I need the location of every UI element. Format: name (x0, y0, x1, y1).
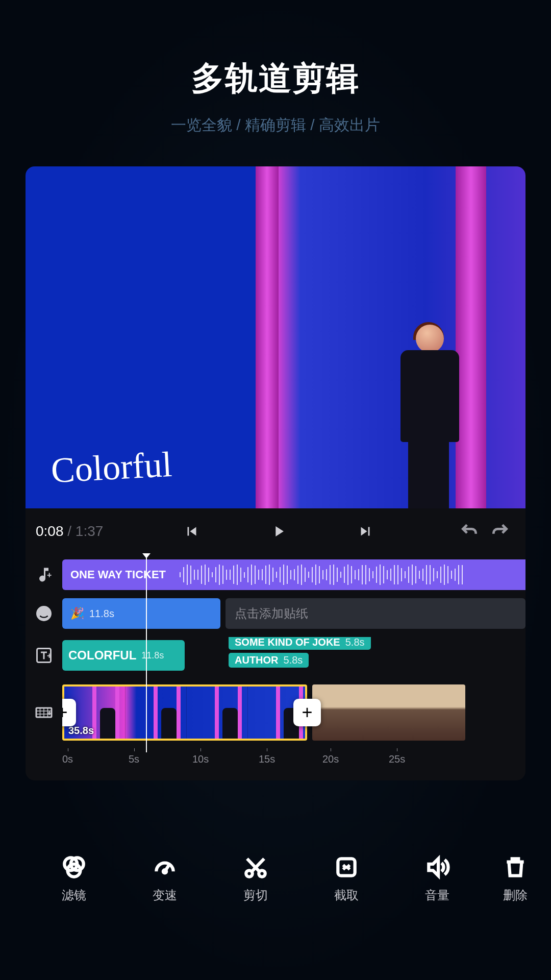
svg-point-10 (259, 870, 265, 877)
text-clip-main[interactable]: COLORFUL 11.8s (62, 640, 185, 671)
prev-button[interactable] (174, 523, 210, 540)
watermark-text: Colorful (50, 444, 173, 491)
scissors-icon (243, 854, 268, 880)
crop-icon (334, 854, 359, 880)
preview-canvas[interactable]: Colorful (26, 166, 525, 508)
clip-duration: 11.8s (89, 608, 114, 620)
text-track: + COLORFUL 11.8s SOME KIND OF JOKE 5.8s … (26, 637, 525, 674)
sticker-track: + 🎉 11.8s 点击添加贴纸 (26, 598, 525, 629)
crop-tool[interactable]: 截取 (308, 854, 385, 903)
clip-label: COLORFUL (68, 648, 136, 663)
sticker-emoji: 🎉 (70, 607, 84, 620)
plus-icon: + (47, 572, 55, 580)
sticker-clip[interactable]: 🎉 11.8s (62, 598, 220, 629)
video-clip[interactable] (312, 684, 465, 741)
svg-point-1 (40, 611, 43, 614)
promo-subtitle: 一览全貌 / 精确剪辑 / 高效出片 (0, 115, 551, 136)
transport-bar: 0:08 / 1:37 (26, 508, 525, 554)
text-clip-sub[interactable]: AUTHOR 5.8s (229, 653, 309, 668)
video-clip-active[interactable]: 35.8s (62, 684, 307, 741)
redo-icon (490, 522, 510, 541)
next-button[interactable] (347, 523, 383, 540)
play-button[interactable] (261, 523, 296, 540)
promo-header: 多轨道剪辑 一览全貌 / 精确剪辑 / 高效出片 (0, 0, 551, 136)
bottom-toolbar: 滤镜 变速 剪切 截取 音量 删除 (26, 854, 551, 903)
volume-tool[interactable]: 音量 (399, 854, 475, 903)
undo-button[interactable] (454, 522, 485, 541)
add-sticker-hint[interactable]: 点击添加贴纸 (226, 598, 525, 629)
filter-tool[interactable]: 滤镜 (36, 854, 112, 903)
promo-title: 多轨道剪辑 (0, 56, 551, 101)
plus-icon: + (47, 610, 55, 619)
current-time: 0:08 (36, 523, 64, 539)
redo-button[interactable] (485, 522, 515, 541)
playhead[interactable] (146, 554, 147, 752)
timecode: 0:08 / 1:37 (36, 523, 103, 540)
add-music-button[interactable]: + (26, 566, 62, 584)
time-ruler[interactable]: 0s 5s 10s 15s 20s 25s (62, 747, 525, 768)
timeline-tracks: + ONE WAY TICKET + 🎉 11.8s 点击添加贴纸 (26, 554, 525, 780)
video-track: + + 35.8s + (26, 682, 525, 743)
play-icon (270, 523, 287, 540)
add-video-button[interactable]: + (26, 703, 62, 722)
text-clip-sub[interactable]: SOME KIND OF JOKE 5.8s (229, 637, 371, 650)
video-editor: Colorful 0:08 / 1:37 + (26, 166, 525, 780)
add-text-button[interactable]: + (26, 646, 62, 665)
insert-clip-button[interactable]: + (62, 699, 76, 726)
clip-duration: 35.8s (68, 725, 94, 737)
undo-icon (460, 522, 479, 541)
insert-clip-button[interactable]: + (293, 699, 321, 726)
trash-icon (503, 854, 528, 880)
total-time: 1:37 (76, 523, 104, 539)
music-clip[interactable]: ONE WAY TICKET (62, 559, 525, 590)
skip-next-icon (357, 523, 374, 540)
svg-point-8 (163, 870, 166, 873)
skip-previous-icon (183, 523, 201, 540)
clip-duration: 11.8s (141, 650, 164, 661)
add-sticker-button[interactable]: + (26, 604, 62, 623)
speed-tool[interactable]: 变速 (127, 854, 203, 903)
speed-icon (152, 854, 178, 880)
clip-label: ONE WAY TICKET (70, 568, 166, 581)
volume-icon (424, 854, 450, 880)
delete-tool[interactable]: 删除 (490, 854, 541, 903)
cut-tool[interactable]: 剪切 (217, 854, 294, 903)
svg-point-9 (246, 870, 253, 877)
filter-icon (61, 854, 87, 880)
music-track: + ONE WAY TICKET (26, 559, 525, 590)
plus-icon: + (47, 709, 55, 718)
plus-icon: + (47, 652, 55, 660)
